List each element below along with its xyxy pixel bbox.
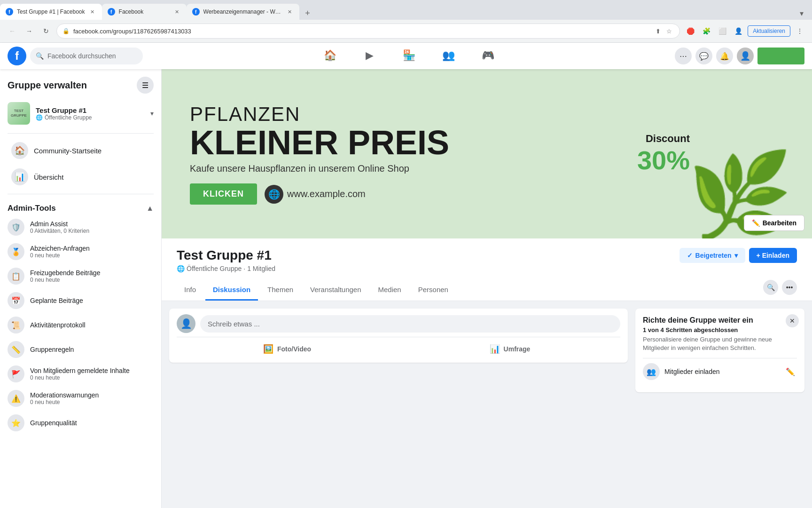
tab-medien[interactable]: Medien <box>371 280 409 301</box>
group-members-count: 1 Mitglied <box>247 265 275 272</box>
adblock-icon[interactable]: 🛑 <box>684 24 697 38</box>
admin-item-pending[interactable]: 📋 Freizugebende Beiträge 0 neu heute <box>0 264 161 288</box>
tab-2[interactable]: f Facebook ✕ <box>102 4 187 20</box>
admin-tools-header: Admin-Tools ▲ <box>0 198 161 215</box>
badges-count: 0 neu heute <box>30 252 154 259</box>
setup-item-invite[interactable]: 👥 Mitglieder einladen ✏️ <box>643 358 797 385</box>
group-title-left: Test Gruppe #1 🌐 Öffentliche Gruppe · 1 … <box>177 248 275 272</box>
new-tab-button[interactable]: + <box>301 7 314 20</box>
update-button[interactable]: Aktualisieren <box>748 25 790 37</box>
address-bar[interactable]: 🔒 facebook.com/groups/11876265987413033 … <box>56 24 680 39</box>
apps-icon[interactable]: ⋯ <box>675 48 692 64</box>
address-text: facebook.com/groups/11876265987413033 <box>73 28 649 35</box>
nav-gaming[interactable]: 🎮 <box>469 45 507 67</box>
user-avatar[interactable]: 👤 <box>737 48 754 64</box>
menu-dots-icon[interactable]: ⋮ <box>793 24 806 38</box>
tab-bar: f Test Gruppe #1 | Facebook ✕ f Facebook… <box>0 0 812 20</box>
tab-personen[interactable]: Personen <box>411 280 456 301</box>
screen-icon[interactable]: ⬜ <box>716 24 729 38</box>
tab-3-close[interactable]: ✕ <box>286 8 294 16</box>
quality-info: Gruppenqualität <box>30 419 154 427</box>
messenger-icon[interactable]: 💬 <box>695 48 712 64</box>
search-icon: 🔍 <box>36 52 44 60</box>
admin-item-assist[interactable]: 🛡️ Admin Assist 0 Aktivitäten, 0 Kriteri… <box>0 215 161 239</box>
cover-cta-row: KLICKEN 🌐 www.example.com <box>190 183 618 205</box>
post-box: 👤 Schreib etwas ... 🖼️ Foto/Video 📊 Umfr… <box>169 309 628 363</box>
admin-item-rules[interactable]: 📏 Gruppenregeln <box>0 337 161 362</box>
admin-item-warnings[interactable]: ⚠️ Moderationswarnungen 0 neu heute <box>0 386 161 411</box>
photo-video-button[interactable]: 🖼️ Foto/Video <box>177 341 398 357</box>
refresh-button[interactable]: ↻ <box>39 24 53 38</box>
tab-2-close[interactable]: ✕ <box>173 8 181 16</box>
group-actions: ✓ Beigetreten ▾ + Einladen <box>679 248 797 263</box>
tab-themen[interactable]: Themen <box>260 280 301 301</box>
group-type-text: Öffentliche Gruppe <box>187 265 242 272</box>
tab-info[interactable]: Info <box>177 280 203 301</box>
nav-marketplace[interactable]: 🏪 <box>390 45 428 67</box>
scheduled-icon: 📅 <box>8 292 24 309</box>
tab-3[interactable]: f Werbeanzeigenmanager - Wer... ✕ <box>187 4 299 20</box>
cover-discount: Discount 30% <box>637 133 690 175</box>
warnings-count: 0 neu heute <box>30 399 154 405</box>
admin-item-activity[interactable]: 📜 Aktivitätenprotokoll <box>0 313 161 337</box>
group-info-bar: Test Gruppe #1 🌐 Öffentliche Gruppe · 1 … <box>162 238 812 301</box>
admin-assist-info: Admin Assist 0 Aktivitäten, 0 Kriterien <box>30 220 154 234</box>
cover-url: 🌐 www.example.com <box>265 185 366 204</box>
scheduled-info: Geplante Beiträge <box>30 297 154 304</box>
notifications-icon[interactable]: 🔔 <box>716 48 733 64</box>
nav-groups[interactable]: 👥 <box>429 45 467 67</box>
reported-icon: 🚩 <box>8 365 24 382</box>
survey-button[interactable]: 📊 Umfrage <box>399 341 620 357</box>
main-layout: Gruppe verwalten ☰ TESTGRUPPE Test Grupp… <box>0 69 812 508</box>
setup-close-button[interactable]: ✕ <box>786 314 799 327</box>
bookmark-icon[interactable]: ☆ <box>664 26 674 36</box>
tab-1-close[interactable]: ✕ <box>89 8 96 16</box>
search-tab-button[interactable]: 🔍 <box>763 280 778 295</box>
setup-edit-icon[interactable]: ✏️ <box>784 365 797 378</box>
reported-name: Von Mitgliedern gemeldete Inhalte <box>30 367 154 374</box>
share-icon[interactable]: ⬆ <box>653 26 663 36</box>
tab-list-chevron[interactable]: ▾ <box>795 7 808 20</box>
search-input[interactable] <box>47 52 132 60</box>
sidebar-collapse-icon[interactable]: ☰ <box>137 77 154 94</box>
admin-tools-chevron-icon[interactable]: ▲ <box>146 204 154 213</box>
sidebar-nav-community[interactable]: 🏠 Community-Startseite <box>4 137 157 164</box>
forward-button[interactable]: → <box>23 24 36 38</box>
group-selector[interactable]: TESTGRUPPE Test Gruppe #1 🌐 Öffentliche … <box>0 97 161 129</box>
joined-button[interactable]: ✓ Beigetreten ▾ <box>679 248 745 263</box>
browser-chrome: f Test Gruppe #1 | Facebook ✕ f Facebook… <box>0 0 812 43</box>
back-button[interactable]: ← <box>6 24 19 38</box>
admin-item-scheduled[interactable]: 📅 Geplante Beiträge <box>0 288 161 313</box>
sidebar-header: Gruppe verwalten ☰ <box>0 69 161 97</box>
cover-text-section: PFLANZEN KLEINER PREIS Kaufe unsere Haus… <box>190 103 618 205</box>
setup-progress: 1 von 4 Schritten abgeschlossen <box>643 326 797 333</box>
cover-cta-button[interactable]: KLICKEN <box>190 183 257 205</box>
admin-item-reported[interactable]: 🚩 Von Mitgliedern gemeldete Inhalte 0 ne… <box>0 362 161 386</box>
sidebar-nav-overview[interactable]: 📊 Übersicht <box>4 164 157 190</box>
tab-1[interactable]: f Test Gruppe #1 | Facebook ✕ <box>0 4 102 20</box>
more-tab-button[interactable]: ••• <box>782 280 797 295</box>
cover-url-text: www.example.com <box>287 189 366 199</box>
group-title-row: Test Gruppe #1 🌐 Öffentliche Gruppe · 1 … <box>177 248 797 272</box>
tab-1-title: Test Gruppe #1 | Facebook <box>17 8 85 15</box>
nav-home[interactable]: 🏠 <box>311 45 349 67</box>
tab-diskussion[interactable]: Diskussion <box>205 280 258 301</box>
admin-item-quality[interactable]: ⭐ Gruppenqualität <box>0 411 161 435</box>
tab-veranstaltungen[interactable]: Veranstaltungen <box>303 280 368 301</box>
survey-icon: 📊 <box>490 344 500 354</box>
nav-video[interactable]: ▶ <box>351 45 388 67</box>
admin-item-badges[interactable]: 🏅 Abzeichen-Anfragen 0 neu heute <box>0 239 161 264</box>
extensions-icon[interactable]: 🧩 <box>700 24 713 38</box>
tab-3-title: Werbeanzeigenmanager - Wer... <box>203 8 282 15</box>
post-box-top: 👤 Schreib etwas ... <box>177 314 620 333</box>
green-rect <box>757 48 804 64</box>
discount-label: Discount <box>637 133 690 145</box>
profile-icon[interactable]: 👤 <box>732 24 745 38</box>
group-tabs: Info Diskussion Themen Veranstaltungen M… <box>177 280 797 301</box>
edit-cover-button[interactable]: ✏️ Bearbeiten <box>744 215 804 231</box>
invite-button[interactable]: + Einladen <box>749 248 797 263</box>
facebook-logo[interactable]: f <box>8 47 26 65</box>
search-box[interactable]: 🔍 <box>30 48 143 64</box>
community-label: Community-Startseite <box>34 147 102 155</box>
post-input[interactable]: Schreib etwas ... <box>200 315 620 333</box>
